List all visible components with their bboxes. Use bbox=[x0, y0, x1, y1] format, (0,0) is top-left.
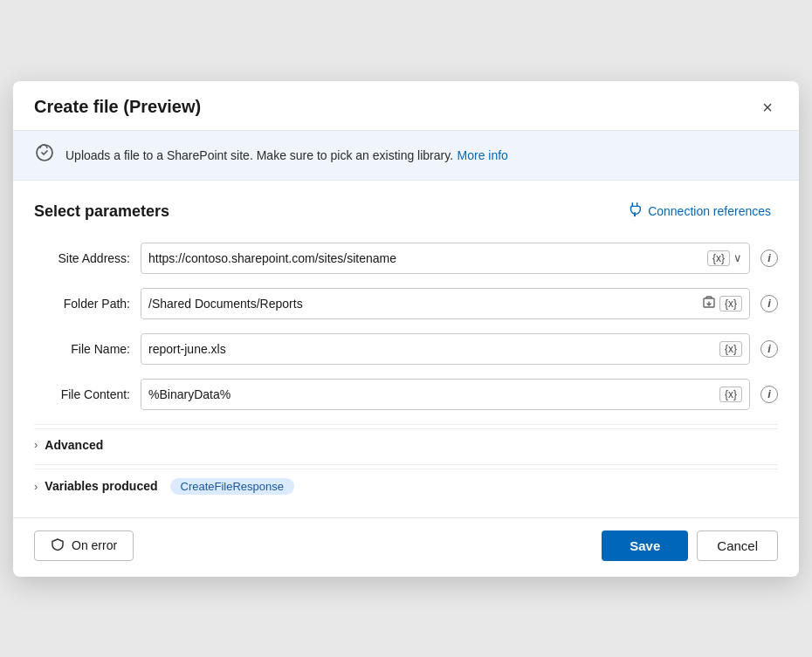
plug-icon bbox=[627, 202, 643, 222]
variables-chevron-icon: › bbox=[34, 480, 38, 493]
site-address-dropdown-icon[interactable]: ∨ bbox=[733, 251, 742, 264]
svg-point-1 bbox=[634, 215, 636, 216]
dialog-title: Create file (Preview) bbox=[34, 97, 201, 117]
section-header: Select parameters Connection references bbox=[34, 198, 778, 225]
form-row-file-name: File Name: {x} i bbox=[34, 333, 778, 365]
divider-1 bbox=[34, 424, 778, 425]
file-content-label: File Content: bbox=[34, 387, 130, 401]
form-row-folder-path: Folder Path: {x} i bbox=[34, 288, 778, 319]
file-name-info-icon[interactable]: i bbox=[760, 340, 778, 358]
close-button[interactable]: × bbox=[757, 97, 778, 118]
file-name-input[interactable] bbox=[148, 342, 714, 356]
folder-path-var-badge[interactable]: {x} bbox=[719, 296, 742, 311]
form-row-site-address: Site Address: {x} ∨ i bbox=[34, 243, 778, 274]
cancel-button[interactable]: Cancel bbox=[697, 530, 778, 561]
dialog-body: Select parameters Connection references … bbox=[13, 181, 799, 517]
site-address-input[interactable] bbox=[148, 251, 702, 265]
variable-badge: CreateFileResponse bbox=[170, 478, 295, 495]
folder-path-info-icon[interactable]: i bbox=[760, 295, 778, 312]
folder-path-label: Folder Path: bbox=[34, 297, 130, 311]
form-row-file-content: File Content: {x} i bbox=[34, 379, 778, 410]
info-banner: Uploads a file to a SharePoint site. Mak… bbox=[13, 131, 799, 181]
site-address-var-badge[interactable]: {x} bbox=[707, 250, 730, 266]
site-address-input-wrapper: {x} ∨ bbox=[141, 243, 750, 274]
folder-path-file-icon[interactable] bbox=[702, 295, 716, 311]
connection-references-button[interactable]: Connection references bbox=[620, 198, 778, 225]
file-name-var-badge[interactable]: {x} bbox=[719, 341, 742, 357]
divider-2 bbox=[34, 464, 778, 465]
create-file-dialog: Create file (Preview) × Uploads a file t… bbox=[13, 81, 799, 577]
site-address-info-icon[interactable]: i bbox=[760, 250, 778, 267]
folder-path-input-wrapper: {x} bbox=[141, 288, 750, 319]
advanced-chevron-icon: › bbox=[34, 438, 38, 451]
advanced-section[interactable]: › Advanced bbox=[34, 428, 778, 461]
on-error-button[interactable]: On error bbox=[34, 530, 134, 561]
save-button[interactable]: Save bbox=[602, 530, 688, 561]
variables-produced-section[interactable]: › Variables produced CreateFileResponse bbox=[34, 469, 778, 503]
variables-produced-label: Variables produced bbox=[45, 479, 157, 493]
form-fields: Site Address: {x} ∨ i Folder Path: bbox=[34, 243, 778, 410]
file-content-input-wrapper: {x} bbox=[141, 379, 750, 410]
dialog-footer: On error Save Cancel bbox=[13, 517, 799, 577]
file-content-input[interactable] bbox=[148, 387, 714, 401]
file-name-input-wrapper: {x} bbox=[141, 333, 750, 365]
on-error-label: On error bbox=[72, 538, 117, 552]
file-content-var-badge[interactable]: {x} bbox=[719, 387, 742, 402]
upload-icon bbox=[34, 142, 55, 168]
file-name-label: File Name: bbox=[34, 342, 130, 356]
section-title: Select parameters bbox=[34, 202, 169, 221]
shield-icon bbox=[51, 537, 65, 554]
more-info-link[interactable]: More info bbox=[458, 148, 508, 162]
file-content-info-icon[interactable]: i bbox=[760, 386, 778, 403]
folder-path-input[interactable] bbox=[148, 297, 697, 311]
site-address-label: Site Address: bbox=[34, 251, 130, 265]
connection-references-label: Connection references bbox=[648, 204, 771, 218]
info-banner-text: Uploads a file to a SharePoint site. Mak… bbox=[65, 147, 508, 163]
footer-actions: Save Cancel bbox=[602, 530, 778, 561]
dialog-header: Create file (Preview) × bbox=[13, 81, 799, 131]
advanced-label: Advanced bbox=[45, 438, 103, 452]
